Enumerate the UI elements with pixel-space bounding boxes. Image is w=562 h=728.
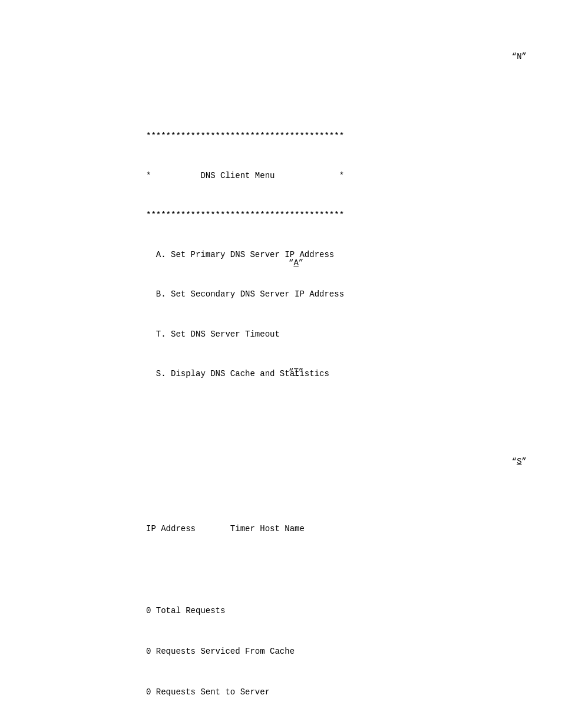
dns-menu-item-t: T. Set DNS Server Timeout — [146, 328, 344, 341]
dns-menu-item-a: A. Set Primary DNS Server IP Address — [146, 248, 344, 261]
dns-menu-border-bottom: **************************************** — [146, 209, 344, 222]
key-n-label: “N” — [512, 52, 527, 61]
key-t-label: “T” — [289, 367, 303, 377]
stats-serviced-from-cache: 0 Requests Serviced From Cache — [146, 645, 305, 658]
stats-total-requests: 0 Total Requests — [146, 604, 305, 618]
dns-menu-item-s: S. Display DNS Cache and Statistics — [146, 367, 344, 380]
dns-menu-item-b: B. Set Secondary DNS Server IP Address — [146, 288, 344, 301]
stats-spacer — [146, 563, 305, 577]
stats-block: IP Address Timer Host Name 0 Total Reque… — [146, 495, 305, 728]
stats-sent-to-server: 0 Requests Sent to Server — [146, 686, 305, 699]
key-s-label: “S” — [512, 457, 527, 466]
dns-menu-title: * DNS Client Menu * — [146, 169, 344, 182]
dns-menu-block: ****************************************… — [146, 103, 344, 407]
key-a-label: “A” — [289, 258, 303, 268]
dns-menu-border-top: **************************************** — [146, 130, 344, 143]
key-s-char: S — [517, 457, 521, 466]
key-t-char: T — [293, 367, 298, 377]
page: “N” ************************************… — [0, 0, 562, 728]
stats-header: IP Address Timer Host Name — [146, 522, 305, 536]
key-a-char: A — [293, 258, 298, 268]
